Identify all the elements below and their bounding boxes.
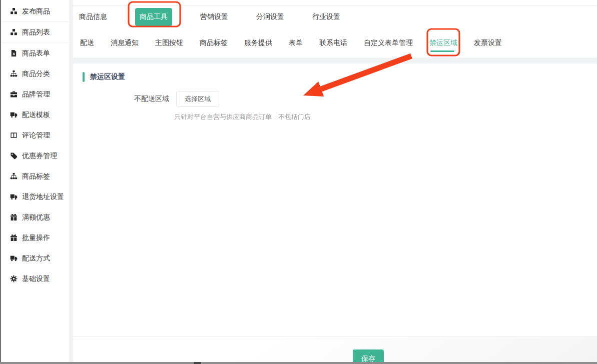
window-bottom-scrollbar-thumb[interactable]: [194, 362, 201, 364]
tab-industry-settings[interactable]: 行业设置: [312, 12, 340, 22]
section-header: 禁运区设置: [83, 72, 125, 82]
tab-marketing-settings[interactable]: 营销设置: [200, 12, 228, 22]
top-tab-bar: 商品信息 商品工具 营销设置 分润设置 行业设置: [73, 5, 597, 28]
sidebar-item-product-form[interactable]: 商品表单: [0, 43, 69, 64]
select-region-button[interactable]: 选择区域: [176, 91, 219, 107]
subtab-form[interactable]: 表单: [289, 28, 303, 58]
sidebar-item-full-amount-discount[interactable]: 满额优惠: [0, 207, 69, 228]
window-bottom-bar: [0, 362, 597, 364]
sidebar-item-coupon-management[interactable]: 优惠券管理: [0, 146, 69, 166]
subtab-contact-phone[interactable]: 联系电话: [319, 28, 347, 58]
sidebar-item-batch-operation[interactable]: 批量操作: [0, 228, 69, 248]
subtab-delivery[interactable]: 配送: [80, 28, 94, 58]
sidebar-item-label: 商品分类: [22, 70, 50, 78]
sidebar-item-label: 批量操作: [22, 234, 50, 242]
section-accent-bar: [83, 72, 85, 82]
sidebar-item-label: 基础设置: [22, 274, 50, 284]
truck-icon: [10, 254, 18, 262]
sitemap-icon: [10, 70, 18, 78]
sub-tab-bar: 配送 消息通知 主图按钮 商品标签 服务提供 表单 联系电话 自定义表单管理 禁…: [73, 28, 597, 58]
tab-profit-sharing-settings[interactable]: 分润设置: [256, 12, 284, 22]
sidebar-item-product-tags[interactable]: 商品标签: [0, 166, 69, 186]
sidebar-item-comment-management[interactable]: 评论管理: [0, 125, 69, 146]
sidebar-item-label: 配送方式: [22, 254, 50, 263]
sidebar-item-product-category[interactable]: 商品分类: [0, 64, 69, 84]
sidebar: 发布商品 商品列表 商品表单 商品分类 品牌管理 配送模板 评论管理: [0, 0, 69, 362]
tab-product-tools[interactable]: 商品工具: [135, 8, 172, 26]
sidebar-item-label: 商品列表: [22, 28, 50, 37]
file-excel-icon: [10, 50, 18, 58]
section-title: 禁运区设置: [90, 72, 125, 82]
subtab-message-notification[interactable]: 消息通知: [111, 28, 139, 58]
subtab-service-provide[interactable]: 服务提供: [244, 28, 272, 58]
field-help-text: 只针对平台自营与供应商商品订单，不包括门店: [174, 112, 311, 122]
sidebar-item-basic-settings[interactable]: 基础设置: [0, 268, 69, 289]
tab-product-info[interactable]: 商品信息: [79, 12, 107, 22]
cubes-icon: [10, 8, 18, 16]
sidebar-item-publish-product[interactable]: 发布商品: [0, 1, 69, 22]
subtab-custom-form-management[interactable]: 自定义表单管理: [364, 28, 413, 58]
sidebar-item-label: 品牌管理: [22, 90, 50, 99]
no-delivery-zone-field: 不配送区域 选择区域: [134, 91, 219, 107]
sidebar-item-label: 满额优惠: [22, 213, 50, 222]
subtab-invoice-settings[interactable]: 发票设置: [474, 28, 502, 58]
sitemap-icon: [10, 172, 18, 180]
cubes-icon: [10, 28, 18, 36]
gear-icon: [10, 275, 18, 283]
sidebar-item-label: 商品表单: [22, 49, 50, 58]
sidebar-item-label: 评论管理: [22, 131, 50, 140]
sidebar-item-label: 退货地址设置: [22, 192, 64, 202]
subtab-product-tags[interactable]: 商品标签: [200, 28, 228, 58]
subtab-forbidden-shipping-zone[interactable]: 禁运区域: [429, 28, 457, 58]
sidebar-item-label: 发布商品: [22, 7, 50, 16]
truck-icon: [10, 193, 18, 201]
sidebar-item-return-address-settings[interactable]: 退货地址设置: [0, 186, 69, 207]
admin-page: 发布商品 商品列表 商品表单 商品分类 品牌管理 配送模板 评论管理: [0, 0, 597, 364]
sidebar-item-product-list[interactable]: 商品列表: [0, 22, 69, 42]
tab-card: 商品信息 商品工具 营销设置 分润设置 行业设置 配送 消息通知 主图按钮 商品…: [73, 0, 597, 58]
window-left-edge: [0, 0, 1, 364]
no-delivery-zone-label: 不配送区域: [134, 94, 169, 104]
sidebar-item-delivery-template[interactable]: 配送模板: [0, 104, 69, 125]
columns-icon: [10, 132, 18, 140]
briefcase-icon: [10, 90, 18, 98]
sidebar-item-label: 配送模板: [22, 110, 50, 120]
gift-icon: [10, 214, 18, 222]
sidebar-item-label: 优惠券管理: [22, 152, 57, 160]
sidebar-item-brand-management[interactable]: 品牌管理: [0, 84, 69, 104]
truck-icon: [10, 111, 18, 119]
main-content-card: 禁运区设置 不配送区域 选择区域 只针对平台自营与供应商商品订单，不包括门店: [73, 64, 597, 336]
gift-icon: [10, 234, 18, 242]
sidebar-item-delivery-method[interactable]: 配送方式: [0, 248, 69, 268]
tag-icon: [10, 152, 18, 160]
sidebar-item-label: 商品标签: [22, 172, 50, 181]
footer-bar: 保存: [73, 336, 597, 364]
subtab-main-image-button[interactable]: 主图按钮: [155, 28, 183, 58]
